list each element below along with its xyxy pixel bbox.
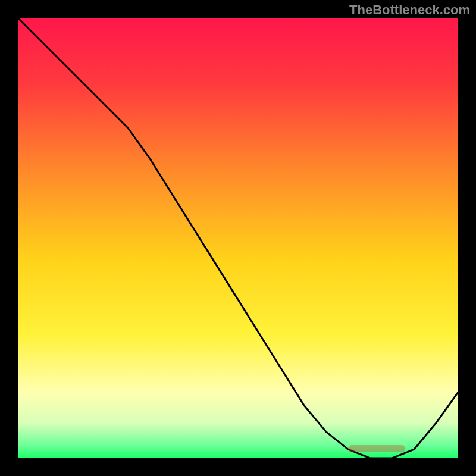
chart-container: TheBottleneck.com	[0, 0, 476, 476]
plot-area	[18, 18, 458, 458]
frame-left	[0, 0, 18, 476]
optimal-region-marker	[348, 445, 405, 452]
frame-bottom	[0, 458, 476, 476]
watermark-text: TheBottleneck.com	[349, 2, 470, 18]
bottleneck-line	[18, 18, 458, 458]
frame-right	[458, 0, 476, 476]
